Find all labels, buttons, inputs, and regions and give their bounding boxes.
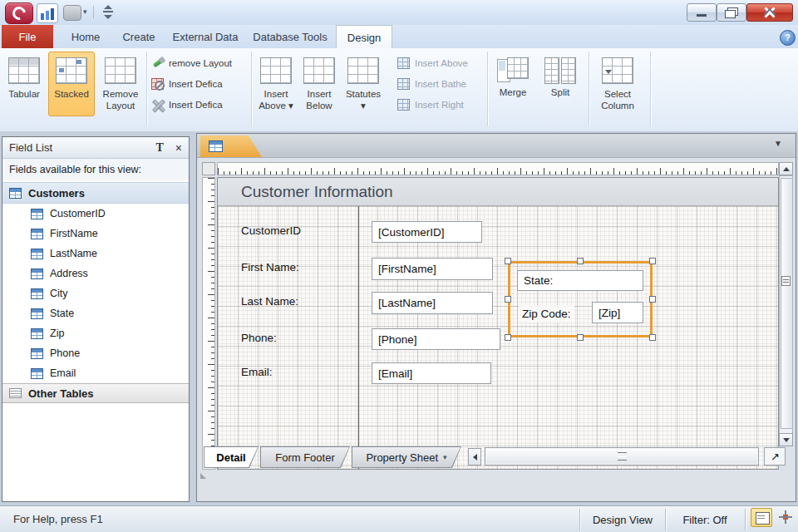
vertical-scrollbar[interactable] <box>779 175 793 446</box>
qat-separator <box>93 6 94 18</box>
access-logo-icon[interactable] <box>5 2 33 24</box>
form-table-icon <box>209 140 223 152</box>
zipcode-label[interactable]: Zip Code: <box>519 305 574 323</box>
statutes-button[interactable]: Statutes ▾ <box>341 52 386 116</box>
email-textbox[interactable]: [Email] <box>372 362 491 384</box>
selection-handle[interactable] <box>649 296 656 303</box>
insert-above-button[interactable]: Insert Above ▾ <box>254 52 298 116</box>
close-icon[interactable]: × <box>175 141 182 155</box>
stacked-button[interactable]: Stacked <box>48 52 95 116</box>
insert-right-small-button[interactable]: Insert Right <box>397 96 485 114</box>
filter-icon[interactable]: T <box>155 141 163 155</box>
firstname-label[interactable]: First Name: <box>241 261 299 273</box>
minimize-button[interactable] <box>687 3 717 22</box>
selection-handle[interactable] <box>505 296 511 303</box>
field-item-phone[interactable]: Phone <box>2 343 189 363</box>
customerid-label[interactable]: CustomerID <box>241 224 301 237</box>
group-separator <box>589 52 589 126</box>
group-separator <box>650 52 651 126</box>
state-textbox[interactable]: State: <box>517 270 643 291</box>
tab-list-dropdown-icon[interactable]: ▼ <box>774 139 782 148</box>
insert-right-small-icon <box>397 98 411 111</box>
other-tables-header[interactable]: Other Tables <box>2 383 189 403</box>
tab-create[interactable]: Create <box>115 25 163 48</box>
field-list-table-customers[interactable]: Customers <box>2 182 189 204</box>
form-header-section[interactable]: Customer Information <box>218 178 778 206</box>
scroll-left-button[interactable] <box>468 448 481 466</box>
split-button[interactable]: Split <box>540 52 580 116</box>
insert-defica-button-2[interactable]: Insert Defica <box>151 96 249 114</box>
field-item-address[interactable]: Address <box>2 264 189 283</box>
tabular-button[interactable]: Tabular <box>2 52 47 116</box>
field-item-state[interactable]: State <box>2 303 189 323</box>
selection-handle[interactable] <box>649 258 656 264</box>
email-label[interactable]: Email: <box>241 366 273 378</box>
field-icon <box>31 268 43 279</box>
tab-file[interactable]: File <box>2 25 53 48</box>
field-item-zip[interactable]: Zip <box>2 323 189 343</box>
selection-handle[interactable] <box>577 258 584 264</box>
selection-handle[interactable] <box>649 334 656 341</box>
help-icon[interactable]: ? <box>780 30 796 46</box>
status-filter-label[interactable]: Filter: Off <box>667 506 743 532</box>
insert-bathe-small-button[interactable]: Insert Bathe <box>397 75 485 93</box>
access-window: ▾ File Home Create External Data Databas… <box>0 0 798 532</box>
tab-home[interactable]: Home <box>62 25 110 48</box>
phone-textbox[interactable]: [Phone] <box>372 328 500 350</box>
resize-corner-mark <box>200 473 206 479</box>
vertical-scroll-thumb[interactable] <box>781 178 793 429</box>
field-item-firstname[interactable]: FirstName <box>2 224 189 244</box>
insert-defica-button-1[interactable]: Insert Defica <box>151 75 249 93</box>
selection-handle[interactable] <box>505 258 511 264</box>
field-icon <box>31 368 43 379</box>
zip-textbox[interactable]: [Zip] <box>592 302 643 323</box>
insert-above-small-button[interactable]: Insert Above <box>397 54 485 72</box>
pointer-tool-icon[interactable]: ↖ <box>764 447 786 466</box>
section-tab-form-footer[interactable]: Form Footer <box>260 446 350 468</box>
field-item-customerid[interactable]: CustomerID <box>2 204 189 224</box>
selected-layout-group[interactable]: State: Zip Code: [Zip] <box>508 261 653 337</box>
firstname-textbox[interactable]: [FirstName] <box>372 258 493 280</box>
scroll-up-button[interactable] <box>779 162 793 175</box>
phone-label[interactable]: Phone: <box>241 332 277 344</box>
tab-external-data[interactable]: External Data <box>168 25 243 48</box>
remove-layout-button[interactable]: Remove Layout <box>98 52 143 116</box>
horizontal-scrollbar[interactable] <box>485 447 759 466</box>
merge-icon <box>497 57 529 82</box>
paste-icon[interactable] <box>63 5 81 21</box>
chart-icon[interactable] <box>37 3 58 23</box>
tab-design[interactable]: Design <box>336 25 392 49</box>
field-item-lastname[interactable]: LastName <box>2 244 189 264</box>
form-design-surface: Customer Information CustomerID [Custome… <box>217 177 779 470</box>
insert-below-button[interactable]: Insert Below <box>299 52 339 116</box>
group-separator <box>146 52 147 126</box>
customize-qat-icon[interactable] <box>101 5 115 19</box>
selection-handle[interactable] <box>577 334 584 341</box>
layout-column-separator <box>358 206 359 469</box>
selection-handle[interactable] <box>505 334 511 341</box>
status-view-label: Design View <box>581 506 664 532</box>
document-tab[interactable] <box>200 135 262 157</box>
remove-layout-small-button[interactable]: remove Layout <box>151 54 249 72</box>
horizontal-scroll-thumb[interactable] <box>486 449 757 464</box>
ruler-corner <box>202 162 215 175</box>
layout-view-button[interactable] <box>778 510 793 525</box>
tab-database-tools[interactable]: Database Tools <box>246 25 334 48</box>
select-column-button[interactable]: Select Column <box>592 52 643 116</box>
design-view-button[interactable] <box>751 508 772 527</box>
merge-button[interactable]: Merge <box>492 52 534 116</box>
section-tab-detail[interactable]: Detail <box>204 446 259 468</box>
section-tab-property-sheet[interactable]: Property Sheet▾ <box>352 446 461 468</box>
horizontal-ruler[interactable] <box>217 162 779 175</box>
restore-button[interactable] <box>717 3 746 22</box>
scroll-down-button[interactable] <box>779 433 793 446</box>
field-item-email[interactable]: Email <box>2 363 189 383</box>
vertical-ruler[interactable] <box>202 177 215 470</box>
ribbon: Tabular Stacked Remove Layout remove Lay… <box>0 48 798 132</box>
lastname-textbox[interactable]: [LastName] <box>372 292 493 314</box>
paste-caret-icon[interactable]: ▾ <box>83 8 87 16</box>
lastname-label[interactable]: Last Name: <box>241 295 298 308</box>
customerid-textbox[interactable]: [CustomerID] <box>372 221 482 243</box>
field-item-city[interactable]: City <box>2 283 189 303</box>
splitter-icon[interactable] <box>781 276 791 286</box>
